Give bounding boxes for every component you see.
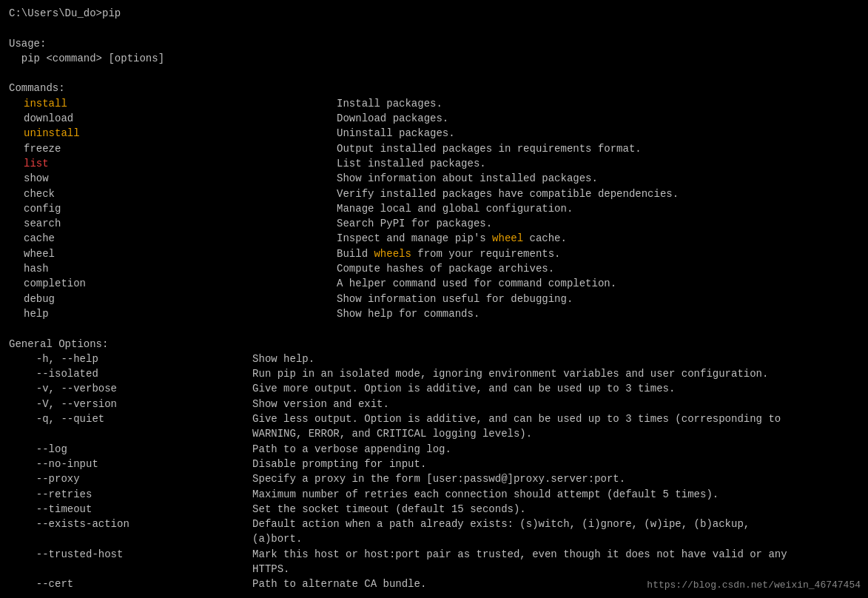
usage-header: Usage:: [9, 36, 859, 51]
command-name: config: [9, 201, 337, 216]
option-row: --timeout Set the socket timeout (defaul…: [9, 502, 859, 517]
option-row: (a)bort.: [9, 531, 859, 546]
command-desc: Show information about installed package…: [337, 171, 859, 186]
option-row: -h, --helpShow help.: [9, 352, 859, 366]
blank-line-2: [9, 66, 859, 81]
command-desc: Show help for commands.: [337, 306, 859, 321]
command-row: completionA helper command used for comm…: [9, 276, 859, 291]
option-desc: Maximum number of retries each connectio…: [252, 487, 859, 502]
command-name: hash: [9, 261, 337, 276]
command-name: install: [9, 96, 337, 111]
option-flag: --proxy: [9, 471, 252, 486]
option-desc: Set the socket timeout (default 15 secon…: [252, 502, 859, 517]
command-name: wheel: [9, 246, 337, 261]
command-name: download: [9, 111, 337, 126]
command-name: freeze: [9, 141, 337, 156]
option-desc: Mark this host or host:port pair as trus…: [252, 547, 859, 562]
option-desc: HTTPS.: [252, 562, 859, 577]
terminal: C:\Users\Du_do>pip Usage: pip <command> …: [9, 6, 859, 592]
command-desc: Download packages.: [337, 111, 859, 126]
option-row: --no-inputDisable prompting for input.: [9, 457, 859, 471]
command-name: help: [9, 306, 337, 321]
command-row: downloadDownload packages.: [9, 111, 859, 126]
option-row: --log Path to a verbose appending log.: [9, 442, 859, 457]
command-desc: Manage local and global configuration.: [337, 201, 859, 216]
option-flag: [9, 531, 252, 546]
option-flag: -V, --version: [9, 397, 252, 411]
command-desc: List installed packages.: [337, 156, 859, 171]
option-row: --isolatedRun pip in an isolated mode, i…: [9, 366, 859, 381]
option-flag: --exists-action: [9, 517, 252, 531]
command-desc: Inspect and manage pip's wheel cache.: [337, 231, 859, 246]
prompt-line: C:\Users\Du_do>pip: [9, 6, 859, 21]
command-row: debugShow information useful for debuggi…: [9, 292, 859, 306]
command-row: hashCompute hashes of package archives.: [9, 261, 859, 276]
command-row: installInstall packages.: [9, 96, 859, 111]
command-row: wheelBuild wheels from your requirements…: [9, 246, 859, 261]
command-desc: Output installed packages in requirement…: [337, 141, 859, 156]
option-row: --trusted-host Mark this host or host:po…: [9, 547, 859, 562]
command-row: freezeOutput installed packages in requi…: [9, 141, 859, 156]
option-row: -v, --verboseGive more output. Option is…: [9, 381, 859, 396]
general-options-header: General Options:: [9, 337, 859, 352]
option-flag: --cert: [9, 577, 252, 591]
command-row: configManage local and global configurat…: [9, 201, 859, 216]
command-row: cacheInspect and manage pip's wheel cach…: [9, 231, 859, 246]
option-row: -V, --versionShow version and exit.: [9, 397, 859, 411]
command-row: listList installed packages.: [9, 156, 859, 171]
option-row: --retries Maximum number of retries each…: [9, 487, 859, 502]
commands-table: installInstall packages.downloadDownload…: [9, 96, 859, 321]
option-desc: Path to a verbose appending log.: [252, 442, 859, 457]
command-name: search: [9, 216, 337, 231]
option-flag: --isolated: [9, 366, 252, 381]
option-flag: --trusted-host: [9, 547, 252, 562]
command-desc: Show information useful for debugging.: [337, 292, 859, 306]
option-desc: Disable prompting for input.: [252, 457, 859, 471]
option-row: WARNING, ERROR, and CRITICAL logging lev…: [9, 426, 859, 441]
command-name: check: [9, 187, 337, 201]
usage-cmd: pip <command> [options]: [9, 51, 859, 66]
option-flag: -q, --quiet: [9, 411, 252, 426]
command-desc: Uninstall packages.: [337, 126, 859, 141]
prompt-text: C:\Users\Du_do>pip: [9, 6, 121, 21]
option-row: -q, --quietGive less output. Option is a…: [9, 411, 859, 426]
command-desc: Compute hashes of package archives.: [337, 261, 859, 276]
option-desc: Show version and exit.: [252, 397, 859, 411]
command-name: uninstall: [9, 126, 337, 141]
command-row: uninstallUninstall packages.: [9, 126, 859, 141]
options-table: -h, --helpShow help. --isolatedRun pip i…: [9, 352, 859, 592]
command-desc: Build wheels from your requirements.: [337, 246, 859, 261]
command-desc: Search PyPI for packages.: [337, 216, 859, 231]
option-row: --exists-action Default action when a pa…: [9, 517, 859, 531]
command-desc: Install packages.: [337, 96, 859, 111]
command-row: searchSearch PyPI for packages.: [9, 216, 859, 231]
option-flag: -v, --verbose: [9, 381, 252, 396]
option-desc: Show help.: [252, 352, 859, 366]
option-desc: Give less output. Option is additive, an…: [252, 411, 859, 426]
command-name: completion: [9, 276, 337, 291]
option-desc: WARNING, ERROR, and CRITICAL logging lev…: [252, 426, 859, 441]
command-name: debug: [9, 292, 337, 306]
option-flag: [9, 562, 252, 577]
command-name: show: [9, 171, 337, 186]
command-name: list: [9, 156, 337, 171]
command-desc: Verify installed packages have compatibl…: [337, 187, 859, 201]
option-desc: (a)bort.: [252, 531, 859, 546]
command-name: cache: [9, 231, 337, 246]
option-flag: [9, 426, 252, 441]
option-flag: -h, --help: [9, 352, 252, 366]
option-row: --proxy Specify a proxy in the form [use…: [9, 471, 859, 486]
watermark: https://blog.csdn.net/weixin_46747454: [647, 579, 861, 591]
option-desc: Run pip in an isolated mode, ignoring en…: [252, 366, 859, 381]
option-desc: Specify a proxy in the form [user:passwd…: [252, 471, 859, 486]
command-desc: A helper command used for command comple…: [337, 276, 859, 291]
option-flag: --log: [9, 442, 252, 457]
option-row: HTTPS.: [9, 562, 859, 577]
blank-line-3: [9, 321, 859, 336]
option-flag: --retries: [9, 487, 252, 502]
option-flag: --no-input: [9, 457, 252, 471]
blank-line-1: [9, 21, 859, 36]
command-row: checkVerify installed packages have comp…: [9, 187, 859, 201]
option-desc: Give more output. Option is additive, an…: [252, 381, 859, 396]
commands-header: Commands:: [9, 81, 859, 95]
